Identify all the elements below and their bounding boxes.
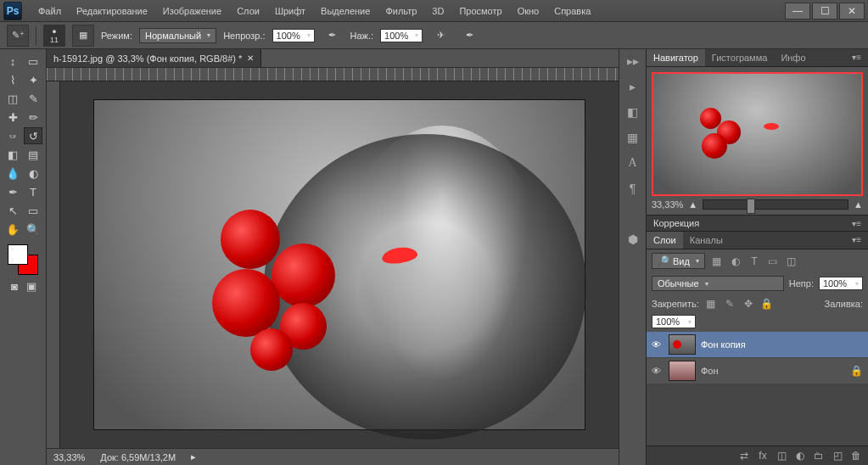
- layer-row[interactable]: 👁 Фон 🔒: [647, 358, 868, 384]
- eyedropper-tool[interactable]: ✎: [24, 90, 42, 107]
- layer-thumbnail[interactable]: [669, 334, 696, 355]
- adjustment-layer-icon[interactable]: ◐: [793, 450, 807, 462]
- quick-mask-toggle[interactable]: ◙: [8, 280, 21, 292]
- brush-picker[interactable]: ●11: [43, 25, 65, 47]
- marquee-tool[interactable]: ▭: [24, 53, 42, 70]
- menu-3d[interactable]: 3D: [424, 3, 451, 20]
- paragraph-panel-icon[interactable]: ¶: [624, 180, 641, 197]
- brush-tool[interactable]: ✏: [24, 109, 42, 126]
- blur-tool[interactable]: 💧: [3, 165, 22, 182]
- status-doc-info[interactable]: Док: 6,59M/13,2M: [100, 452, 176, 462]
- gradient-tool[interactable]: ▤: [24, 146, 42, 163]
- tab-info[interactable]: Инфо: [774, 49, 812, 66]
- layer-opacity-input[interactable]: 100%: [819, 277, 863, 290]
- brush-panel-toggle[interactable]: ▦: [72, 25, 94, 47]
- lock-brush-icon[interactable]: ✎: [723, 298, 736, 310]
- crop-tool[interactable]: ◫: [3, 90, 22, 107]
- ruler-vertical[interactable]: [47, 81, 60, 448]
- menu-view[interactable]: Просмотр: [451, 3, 509, 20]
- tab-layers[interactable]: Слои: [647, 232, 683, 249]
- pressure-opacity-icon[interactable]: ✒: [322, 25, 344, 47]
- pressure-size-icon[interactable]: ✒: [458, 25, 480, 47]
- navigator-zoom-value[interactable]: 33,33%: [652, 199, 683, 210]
- filter-adjust-icon[interactable]: ◐: [729, 255, 742, 267]
- character-panel-icon[interactable]: A: [624, 154, 641, 171]
- 3d-panel-icon[interactable]: ⬢: [624, 231, 641, 248]
- close-button[interactable]: ✕: [839, 3, 865, 20]
- tab-navigator[interactable]: Навигатор: [647, 49, 705, 66]
- layers-menu-icon[interactable]: ▾≡: [845, 232, 868, 249]
- menu-window[interactable]: Окно: [510, 3, 547, 20]
- menu-filter[interactable]: Фильтр: [378, 3, 424, 20]
- menu-type[interactable]: Шрифт: [267, 3, 313, 20]
- minimize-button[interactable]: —: [785, 3, 810, 20]
- link-layers-icon[interactable]: ⇄: [737, 450, 751, 462]
- navigator-zoom-slider[interactable]: [703, 199, 848, 210]
- lock-pos-icon[interactable]: ✥: [742, 298, 755, 310]
- path-select-tool[interactable]: ↖: [3, 202, 22, 219]
- heal-tool[interactable]: ✚: [3, 109, 22, 126]
- blend-mode-select[interactable]: Нормальный: [139, 28, 216, 43]
- history-panel-icon[interactable]: ▸: [624, 78, 641, 95]
- layer-filter-kind[interactable]: 🔎 Вид: [652, 253, 705, 269]
- menu-help[interactable]: Справка: [546, 3, 598, 20]
- pen-tool[interactable]: ✒: [3, 183, 22, 200]
- menu-edit[interactable]: Редактирование: [69, 3, 155, 20]
- layer-name[interactable]: Фон: [701, 366, 719, 376]
- layer-blend-mode[interactable]: Обычные: [652, 276, 784, 291]
- panel-menu-icon[interactable]: ▾≡: [845, 49, 868, 66]
- status-zoom[interactable]: 33,33%: [53, 452, 85, 462]
- color-swatches[interactable]: [8, 244, 38, 275]
- layer-fill-input[interactable]: 100%: [652, 315, 696, 328]
- layer-mask-icon[interactable]: ◫: [775, 450, 788, 462]
- lock-all-icon[interactable]: 🔒: [760, 298, 774, 310]
- type-tool[interactable]: T: [24, 183, 42, 200]
- shape-tool[interactable]: ▭: [24, 202, 42, 219]
- filter-smart-icon[interactable]: ◫: [785, 255, 798, 267]
- navigator-thumbnail[interactable]: [652, 72, 863, 196]
- filter-type-icon[interactable]: T: [748, 255, 761, 267]
- zoom-tool[interactable]: 🔍: [24, 221, 42, 238]
- layer-row[interactable]: 👁 Фон копия: [647, 332, 868, 358]
- filter-pixel-icon[interactable]: ▦: [710, 255, 724, 267]
- layer-name[interactable]: Фон копия: [701, 339, 746, 350]
- eraser-tool[interactable]: ◧: [3, 146, 22, 163]
- menu-layers[interactable]: Слои: [229, 3, 267, 20]
- canvas-pane[interactable]: [60, 81, 619, 448]
- document-tab[interactable]: h-15912.jpg @ 33,3% (Фон копия, RGB/8#) …: [47, 49, 261, 67]
- close-icon[interactable]: ✕: [247, 53, 254, 63]
- document-canvas[interactable]: [93, 99, 585, 430]
- move-tool[interactable]: ↕: [3, 53, 22, 70]
- visibility-icon[interactable]: 👁: [652, 339, 664, 350]
- opacity-input[interactable]: 100%: [272, 29, 315, 42]
- menu-file[interactable]: Файл: [31, 3, 69, 20]
- color-panel-icon[interactable]: ◧: [624, 104, 641, 120]
- flow-input[interactable]: 100%: [380, 29, 423, 42]
- zoom-in-icon[interactable]: ▲: [854, 199, 863, 210]
- delete-layer-icon[interactable]: 🗑: [849, 450, 863, 462]
- hand-tool[interactable]: ✋: [3, 221, 22, 238]
- layer-fx-icon[interactable]: fx: [756, 450, 770, 462]
- layer-group-icon[interactable]: 🗀: [812, 450, 826, 462]
- swatches-panel-icon[interactable]: ▦: [624, 129, 641, 146]
- expand-arrow-icon[interactable]: ▸▸: [624, 53, 641, 70]
- tab-histogram[interactable]: Гистограмма: [705, 49, 775, 66]
- ruler-horizontal[interactable]: [47, 68, 619, 81]
- tab-channels[interactable]: Каналы: [683, 232, 730, 249]
- visibility-icon[interactable]: 👁: [652, 366, 664, 376]
- airbrush-icon[interactable]: ✈: [429, 25, 451, 47]
- new-layer-icon[interactable]: ◰: [831, 450, 844, 462]
- wand-tool[interactable]: ✦: [24, 71, 42, 88]
- stamp-tool[interactable]: ⎃: [3, 127, 22, 144]
- history-brush-tool[interactable]: ↺: [24, 127, 42, 144]
- layer-thumbnail[interactable]: [669, 361, 696, 381]
- corrections-header[interactable]: Коррекция▾≡: [647, 215, 868, 232]
- maximize-button[interactable]: ☐: [812, 3, 837, 20]
- status-menu-chevron[interactable]: ▸: [191, 451, 196, 462]
- screen-mode-toggle[interactable]: ▣: [25, 280, 38, 292]
- menu-select[interactable]: Выделение: [313, 3, 378, 20]
- lasso-tool[interactable]: ⌇: [3, 71, 22, 88]
- lock-pixels-icon[interactable]: ▦: [704, 298, 718, 310]
- filter-shape-icon[interactable]: ▭: [766, 255, 780, 267]
- zoom-out-icon[interactable]: ▲: [688, 199, 697, 210]
